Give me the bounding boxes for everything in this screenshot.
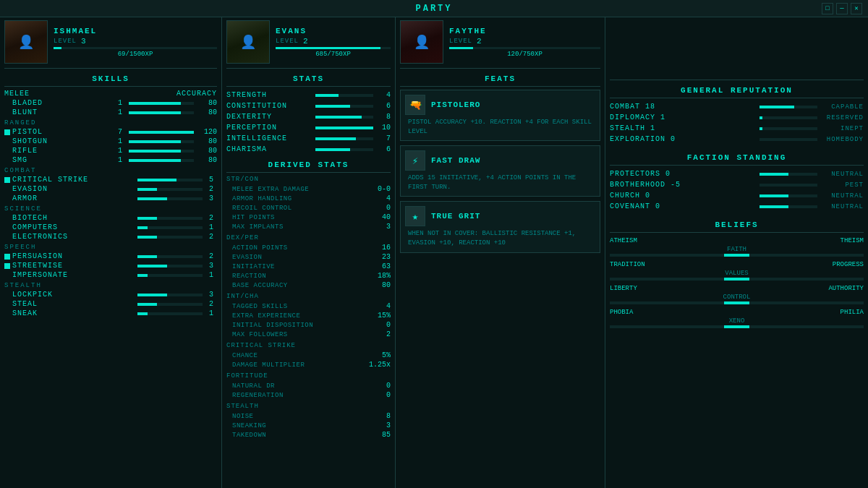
beliefs-list: ATHEISM THEISM FAITH TRADITION PROGRESS … (610, 237, 864, 328)
skill-active-indicator (4, 263, 10, 269)
rep-row-diplomacy: DIPLOMACY 1 RESERVED (610, 112, 864, 123)
derived-category: STR/CON (226, 176, 391, 183)
faythe-xp-bar-container (449, 47, 600, 49)
stat-row-strength: STRENGTH 4 (226, 90, 391, 100)
skill-category-stealth: STEALTH (4, 282, 217, 289)
feat-name: PISTOLERO (431, 100, 480, 109)
faction-header: FACTION STANDING (610, 150, 864, 166)
faythe-avatar: 👤 (400, 20, 443, 64)
ishmael-xp: 69/1500XP (54, 51, 217, 58)
derived-category: FORTITUDE (226, 372, 391, 380)
skill-active-indicator (4, 177, 10, 183)
ishmael-xp-bar (54, 47, 61, 49)
feat-card-true grit: ★ TRUE GRIT WHEN NOT IN COVER: BALLISTIC… (400, 201, 600, 252)
skill-row-persuasion: PERSUASION2 (4, 252, 217, 260)
skill-row-bladed: BLADED180 (4, 99, 217, 107)
feats-header: FEATS (400, 72, 600, 87)
feat-name: FAST DRAW (431, 156, 480, 165)
rep-row-combat: COMBAT 18 CAPABLE (610, 101, 864, 112)
derived-category: CRITICAL STRIKE (226, 342, 391, 349)
stat-row-charisma: CHARISMA 6 (226, 144, 391, 155)
skill-row-blunt: BLUNT180 (4, 108, 217, 116)
evans-member: 👤 EVANS LEVEL 2 685/750XP (226, 20, 391, 69)
faction-row-church: CHURCH 0 NEUTRAL (610, 190, 864, 201)
ishmael-member: 👤 ISHMAEL LEVEL 3 69/1500XP (4, 20, 217, 69)
skill-row-steal: STEAL2 (4, 300, 217, 308)
stats-panel: 👤 EVANS LEVEL 2 685/750XP STATS STRENGTH… (222, 17, 396, 488)
skill-row-critical-strike: CRITICAL STRIKE5 (4, 176, 217, 184)
derived-row: INITIATIVE 63 (226, 262, 391, 271)
skill-row-evasion: EVASION2 (4, 185, 217, 193)
derived-row: NOISE 8 (226, 411, 391, 421)
derived-row: BASE ACCURACY 80 (226, 281, 391, 290)
ishmael-name: ISHMAEL (54, 27, 217, 35)
feat-icon: ★ (405, 206, 425, 226)
derived-category: INT/CHA (226, 293, 391, 300)
title-bar-title: PARTY (415, 4, 452, 14)
derived-row: INITIAL DISPOSITION 0 (226, 320, 391, 330)
belief-row-values: TRADITION PROGRESS VALUES (610, 261, 864, 281)
evans-xp-bar (276, 47, 380, 49)
derived-row: CHANCE 5% (226, 351, 391, 360)
rep-row-stealth: STEALTH 1 INEPT (610, 123, 864, 134)
skill-row-sneak: SNEAK1 (4, 309, 217, 317)
skills-list: BLADED180BLUNT180RANGEDPISTOL7120SHOTGUN… (4, 99, 217, 317)
skill-row-smg: SMG180 (4, 156, 217, 164)
belief-row-xeno: PHOBIA PHILIA XENO (610, 309, 864, 328)
skill-row-lockpick: LOCKPICK3 (4, 291, 217, 299)
skill-category-speech: SPEECH (4, 244, 217, 251)
evans-xp: 685/750XP (276, 51, 391, 58)
close-button[interactable]: ✕ (851, 3, 862, 14)
faction-row-brotherhood: BROTHERHOOD -5 PEST (610, 179, 864, 190)
window-controls[interactable]: □ — ✕ (822, 3, 862, 14)
derived-row: MAX IMPLANTS 3 (226, 222, 391, 231)
beliefs-header: BELIEFS (610, 218, 864, 233)
minimize-button[interactable]: □ (822, 3, 833, 14)
feat-icon: 🔫 (405, 95, 425, 115)
skill-row-electronics: ELECTRONICS2 (4, 233, 217, 241)
evans-name: EVANS (276, 27, 391, 35)
derived-row: HIT POINTS 40 (226, 213, 391, 222)
skill-active-indicator (4, 129, 10, 135)
derived-row: ARMOR HANDLING 4 (226, 194, 391, 203)
feats-panel: 👤 FAYTHE LEVEL 2 120/750XP FEATS 🔫 PISTO… (396, 17, 605, 488)
ishmael-info: ISHMAEL LEVEL 3 69/1500XP (54, 27, 217, 58)
derived-stats-list: STR/CON MELEE EXTRA DAMAGE 0-0 ARMOR HAN… (226, 176, 391, 440)
skill-category-combat: COMBAT (4, 167, 217, 174)
faythe-name: FAYTHE (449, 27, 600, 35)
derived-category: STEALTH (226, 403, 391, 410)
feat-name: TRUE GRIT (431, 212, 480, 221)
faythe-member: 👤 FAYTHE LEVEL 2 120/750XP (400, 20, 600, 69)
feat-desc: PISTOL ACCURACY +10. REACTION +4 FOR EAC… (405, 118, 595, 136)
maximize-button[interactable]: — (836, 3, 848, 14)
feat-icon: ⚡ (405, 150, 425, 171)
rep-row-exploration: EXPLORATION 0 HOMEBODY (610, 134, 864, 145)
skills-header: SKILLS (4, 72, 217, 87)
skill-row-streetwise: STREETWISE3 (4, 262, 217, 270)
derived-row: EXTRA EXPERIENCE 15% (226, 311, 391, 320)
stat-row-constitution: CONSTITUTION 6 (226, 100, 391, 111)
derived-row: MELEE EXTRA DAMAGE 0-0 (226, 184, 391, 194)
derived-row: EVASION 23 (226, 252, 391, 262)
skill-active-indicator (4, 254, 10, 260)
derived-row: RECOIL CONTROL 0 (226, 203, 391, 213)
derived-row: TAGGED SKILLS 4 (226, 301, 391, 311)
feat-card-pistolero: 🔫 PISTOLERO PISTOL ACCURACY +10. REACTIO… (400, 90, 600, 141)
skills-panel: 👤 ISHMAEL LEVEL 3 69/1500XP SKILLS MELEE… (0, 17, 222, 488)
evans-level: 2 (303, 37, 308, 46)
derived-row: REGENERATION 0 (226, 390, 391, 400)
derived-row: NATURAL DR 0 (226, 381, 391, 390)
skill-row-biotech: BIOTECH2 (4, 214, 217, 222)
skill-category-ranged: RANGED (4, 119, 217, 127)
stat-row-dexterity: DEXTERITY 8 (226, 111, 391, 122)
feat-card-fast draw: ⚡ FAST DRAW ADDS 15 INITIATIVE, +4 ACTIO… (400, 145, 600, 197)
derived-row: TAKEDOWN 85 (226, 430, 391, 440)
faythe-xp-bar (449, 47, 473, 49)
feat-desc: ADDS 15 INITIATIVE, +4 ACTION POINTS IN … (405, 174, 595, 192)
faction-row-covenant: COVENANT 0 NEUTRAL (610, 201, 864, 212)
faction-row-protectors: PROTECTORS 0 NEUTRAL (610, 168, 864, 179)
derived-row: ACTION POINTS 16 (226, 243, 391, 252)
faythe-info: FAYTHE LEVEL 2 120/750XP (449, 27, 600, 58)
derived-row: SNEAKING 3 (226, 421, 391, 430)
stats-header: STATS (226, 72, 391, 87)
